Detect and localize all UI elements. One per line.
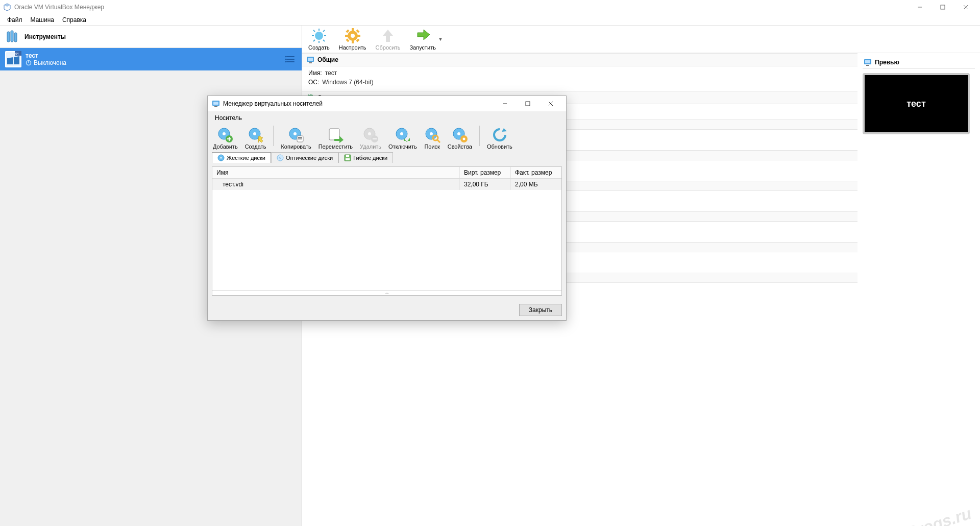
preview-monitor-icon <box>864 58 872 66</box>
vm-name: тест <box>26 52 66 59</box>
svg-point-20 <box>285 59 287 60</box>
media-table: Имя Вирт. размер Факт. размер тест.vdi 3… <box>212 166 562 296</box>
toolbar-create-button[interactable]: Создать <box>306 27 332 52</box>
dialog-close-button[interactable]: Закрыть <box>519 304 562 316</box>
dtool-props-button[interactable]: Свойства <box>446 126 474 151</box>
window-minimize-button[interactable] <box>908 0 931 14</box>
dtool-release-button[interactable]: Отключить <box>386 126 419 151</box>
row-fact-size: 2,00 МБ <box>510 179 561 190</box>
svg-point-98 <box>279 157 281 159</box>
toolbar-run-dropdown[interactable]: ▼ <box>438 36 443 42</box>
toolbar-configure-label: Настроить <box>339 44 366 51</box>
svg-point-84 <box>400 132 403 135</box>
svg-rect-56 <box>866 65 869 66</box>
tab-hdd[interactable]: Жёсткие диски <box>212 152 271 163</box>
vm-list-item[interactable]: 764 тест Выключена <box>0 48 302 70</box>
disk-delete-icon <box>362 127 379 143</box>
vm-preview-box: тест <box>863 73 970 134</box>
svg-marker-41 <box>383 30 393 42</box>
dialog-expander-handle[interactable]: ︿ <box>212 290 561 295</box>
toolbar-run-button[interactable]: Запустить <box>407 27 438 52</box>
disk-search-icon <box>424 127 440 143</box>
dialog-maximize-button[interactable] <box>516 96 539 111</box>
media-manager-dialog: Менеджер виртуальных носителей Носитель … <box>207 95 567 321</box>
dtool-copy-button[interactable]: Копировать <box>279 126 313 151</box>
disk-release-icon <box>395 127 411 143</box>
svg-point-87 <box>430 132 433 135</box>
dialog-icon <box>212 100 220 108</box>
general-os-value: Windows 7 (64-bit) <box>322 78 373 87</box>
disk-copy-icon <box>288 127 304 143</box>
col-fact-header[interactable]: Факт. размер <box>510 167 561 178</box>
tab-optical-label: Оптические диски <box>286 155 333 161</box>
reset-icon <box>380 28 396 44</box>
menu-machine[interactable]: Машина <box>27 15 58 25</box>
window-close-button[interactable] <box>954 0 977 14</box>
section-general-head[interactable]: Общие <box>302 53 857 66</box>
svg-rect-33 <box>352 40 354 43</box>
svg-marker-94 <box>502 128 507 132</box>
preview-text: тест <box>906 99 925 109</box>
svg-line-27 <box>313 30 315 32</box>
svg-line-29 <box>323 30 325 32</box>
svg-point-19 <box>285 56 287 58</box>
svg-rect-6 <box>7 32 10 42</box>
vm-item-menu-icon[interactable] <box>284 53 297 65</box>
toolbar-create-label: Создать <box>308 44 330 51</box>
dtool-delete-button: Удалить <box>358 126 383 151</box>
menu-help[interactable]: Справка <box>58 15 90 25</box>
svg-rect-59 <box>214 106 217 107</box>
svg-rect-61 <box>526 102 530 106</box>
dialog-menu-media[interactable]: Носитель <box>212 113 245 123</box>
toolbar-configure-button[interactable]: Настроить <box>337 27 369 52</box>
hdd-icon <box>217 154 225 161</box>
tab-optical[interactable]: Оптические диски <box>271 152 338 163</box>
gear-icon <box>345 28 361 44</box>
svg-point-73 <box>293 132 297 135</box>
col-name-header[interactable]: Имя <box>212 167 459 178</box>
dialog-close-button[interactable] <box>539 96 562 111</box>
svg-line-30 <box>313 40 315 41</box>
vm-state: Выключена <box>34 59 66 66</box>
sidebar-tools[interactable]: Инструменты <box>0 26 302 48</box>
app-icon <box>3 3 11 11</box>
svg-point-21 <box>285 61 287 63</box>
dtool-add-button[interactable]: Добавить <box>211 126 240 151</box>
dtool-move-button[interactable]: Переместить <box>316 126 355 151</box>
svg-text:64: 64 <box>15 52 19 55</box>
table-empty-area <box>212 190 561 290</box>
general-os-key: ОС: <box>308 78 319 87</box>
general-name-key: Имя: <box>308 68 322 78</box>
toolbar-run-label: Запустить <box>409 44 436 51</box>
dialog-menubar: Носитель <box>208 111 566 125</box>
dialog-titlebar[interactable]: Менеджер виртуальных носителей <box>208 96 566 111</box>
svg-rect-7 <box>11 31 13 42</box>
optical-disc-icon <box>277 154 284 161</box>
toolbar-reset-label: Сбросить <box>376 44 401 51</box>
media-table-row[interactable]: тест.vdi 32,00 ГБ 2,00 МБ <box>212 179 561 190</box>
right-toolbar: Создать Настроить Сбросить Запустить ▼ <box>302 26 980 53</box>
sidebar-tools-label: Инструменты <box>24 33 66 40</box>
disk-props-icon <box>452 127 468 143</box>
tab-floppy[interactable]: Гибкие диски <box>338 152 393 163</box>
dtool-refresh-label: Обновить <box>487 144 512 150</box>
row-virt-size: 32,00 ГБ <box>459 179 510 190</box>
dtool-refresh-button[interactable]: Обновить <box>485 126 514 151</box>
svg-text:7: 7 <box>16 59 19 65</box>
window-title: Oracle VM VirtualBox Менеджер <box>14 4 908 11</box>
dtool-move-label: Переместить <box>318 144 353 150</box>
svg-rect-77 <box>329 129 339 140</box>
dialog-title: Менеджер виртуальных носителей <box>223 100 493 107</box>
dialog-minimize-button[interactable] <box>493 96 516 111</box>
dtool-search-button[interactable]: Поиск <box>422 126 443 151</box>
col-virt-header[interactable]: Вирт. размер <box>459 167 510 178</box>
svg-line-89 <box>437 140 440 142</box>
preview-column: Превью тест <box>857 53 980 526</box>
dialog-toolbar: Добавить Создать Копировать Переместить … <box>208 125 566 152</box>
window-maximize-button[interactable] <box>931 0 954 14</box>
menu-file[interactable]: Файл <box>3 15 27 25</box>
dtool-create-button[interactable]: Создать <box>243 126 268 151</box>
window-titlebar: Oracle VM VirtualBox Менеджер <box>0 0 980 14</box>
svg-rect-3 <box>941 5 945 9</box>
dtool-search-label: Поиск <box>424 144 439 150</box>
